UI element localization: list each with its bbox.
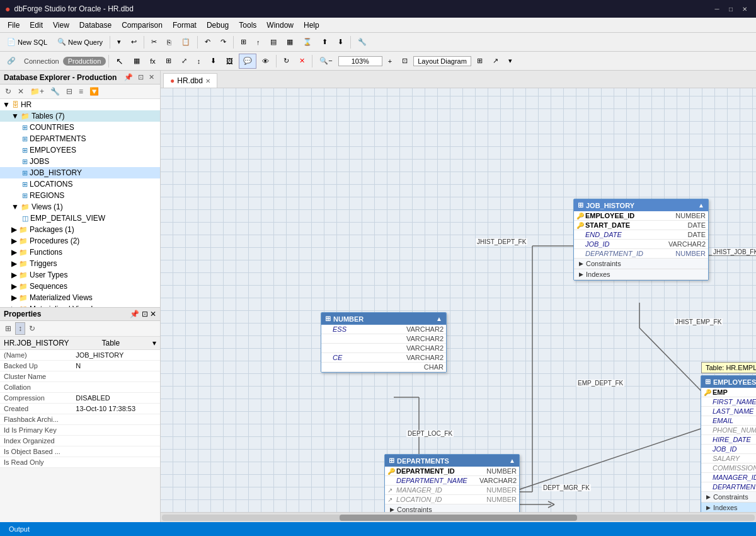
formula-tool[interactable]: fx xyxy=(146,54,160,69)
menu-view[interactable]: View xyxy=(48,20,74,31)
props-close-btn[interactable]: ✕ xyxy=(150,310,156,318)
tree-sort-btn[interactable]: 🔽 xyxy=(87,86,101,97)
zoom-input[interactable] xyxy=(338,56,382,66)
layout-diagram-btn[interactable]: Layout Diagram xyxy=(413,56,471,66)
tab-close-icon[interactable]: ✕ xyxy=(205,78,210,84)
zoom-out-btn[interactable]: 🔍− xyxy=(315,54,336,69)
menu-help[interactable]: Help xyxy=(299,20,324,31)
tree-item-regions[interactable]: ⊞ REGIONS xyxy=(0,190,160,201)
menu-comparison[interactable]: Comparison xyxy=(117,20,168,31)
zoom-fit-btn[interactable]: ⊡ xyxy=(398,54,412,69)
horizontal-scrollbar[interactable] xyxy=(161,512,756,522)
connect-tool[interactable]: ⊞ xyxy=(161,54,176,69)
job-history-table-header[interactable]: ⊞ JOB_HISTORY ▲ xyxy=(574,199,708,211)
tree-item-functions[interactable]: ▶ 📁 Functions xyxy=(0,247,160,258)
toolbar-btn-11[interactable]: ▦ xyxy=(282,35,297,50)
tree-item-hr[interactable]: ▼ 🗄 HR xyxy=(0,99,160,110)
tree-item-mat-views[interactable]: ▶ 📁 Materialized Views xyxy=(0,292,160,303)
toolbar-btn-7[interactable]: 📋 xyxy=(177,35,195,50)
toolbar-btn-12[interactable]: ⌛ xyxy=(299,35,316,50)
jh-constraints[interactable]: ▶ Constraints xyxy=(574,259,708,269)
tree-item-countries[interactable]: ⊞ COUNTRIES xyxy=(0,122,160,133)
more-btn[interactable]: ▾ xyxy=(504,54,517,69)
arrow-tool[interactable]: ↕ xyxy=(193,54,205,69)
new-query-button[interactable]: 🔍 New Query xyxy=(53,35,107,50)
dept-expand-btn[interactable]: ▲ xyxy=(509,457,515,464)
image-tool[interactable]: 🖼 xyxy=(222,54,238,69)
diagram-canvas[interactable]: JHIST_DEPT_FK JHIST_JOB_FK JHIST_EMP_FK … xyxy=(161,88,756,512)
stop-btn[interactable]: ✕ xyxy=(295,54,309,69)
props-float-btn[interactable]: ⊡ xyxy=(142,310,148,318)
download-tool[interactable]: ⬇ xyxy=(206,54,220,69)
props-refresh-btn[interactable]: ↻ xyxy=(26,323,38,334)
tree-item-packages[interactable]: ▶ 📁 Packages (1) xyxy=(0,224,160,235)
jh-indexes[interactable]: ▶ Indexes xyxy=(574,269,708,280)
props-object-type-arrow[interactable]: ▾ xyxy=(152,339,156,347)
maximize-button[interactable]: □ xyxy=(724,3,737,15)
tree-add-btn[interactable]: 📁+ xyxy=(28,86,47,97)
dept-constraints[interactable]: ▶ Constraints xyxy=(385,504,519,512)
tree-item-emp-details[interactable]: ◫ EMP_DETAILS_VIEW xyxy=(0,213,160,224)
menu-window[interactable]: Window xyxy=(261,20,299,31)
scrollbar-thumb[interactable] xyxy=(340,515,576,521)
refresh-btn[interactable]: ↻ xyxy=(279,54,294,69)
tree-item-departments[interactable]: ⊞ DEPARTMENTS xyxy=(0,133,160,144)
tree-item-employees[interactable]: ⊞ EMPLOYEES xyxy=(0,144,160,156)
toolbar-btn-8[interactable]: ⊞ xyxy=(236,35,251,50)
menu-database[interactable]: Database xyxy=(74,20,117,31)
comment-tool[interactable]: 💬 xyxy=(239,54,256,69)
menu-file[interactable]: File xyxy=(3,20,25,31)
tree-item-sequences[interactable]: ▶ 📁 Sequences xyxy=(0,281,160,292)
tree-filter2-btn[interactable]: ⊟ xyxy=(64,86,75,97)
tree-item-views[interactable]: ▼ 📁 Views (1) xyxy=(0,201,160,213)
production-badge[interactable]: Production xyxy=(63,57,106,66)
toolbar-btn-14[interactable]: ⬇ xyxy=(333,35,348,50)
toolbar-btn-10[interactable]: ▤ xyxy=(266,35,281,50)
output-button[interactable]: Output xyxy=(5,525,33,533)
menu-debug[interactable]: Debug xyxy=(202,20,234,31)
toolbar-btn-13[interactable]: ⬆ xyxy=(318,35,332,50)
export-btn[interactable]: ↗ xyxy=(488,54,503,69)
props-category-btn[interactable]: ⊞ xyxy=(3,323,14,334)
window-controls[interactable]: ─ □ ✕ xyxy=(711,3,751,15)
connection-btn[interactable]: 🔗 xyxy=(3,54,20,69)
explorer-close-btn[interactable]: ✕ xyxy=(147,73,156,82)
toolbar-btn-4[interactable]: ↩ xyxy=(127,35,141,50)
toolbar-btn-undo[interactable]: ↶ xyxy=(200,35,215,50)
locations-table-header[interactable]: ⊞ NUMBER ▲ xyxy=(321,313,446,325)
tree-item-tables[interactable]: ▼ 📁 Tables (7) xyxy=(0,110,160,122)
tree-item-jobs[interactable]: ⊞ JOBS xyxy=(0,156,160,167)
tab-hr-dbd[interactable]: ● HR.dbd ✕ xyxy=(163,73,217,88)
grid-tool[interactable]: ▦ xyxy=(129,54,144,69)
menu-format[interactable]: Format xyxy=(168,20,202,31)
toolbar-btn-15[interactable]: 🔧 xyxy=(353,35,371,50)
select-tool[interactable]: ↖ xyxy=(112,54,128,69)
menu-tools[interactable]: Tools xyxy=(234,20,261,31)
new-sql-button[interactable]: 📄 New SQL xyxy=(3,35,52,50)
props-pin-btn[interactable]: 📌 xyxy=(130,310,139,318)
tree-expand-btn[interactable]: ≡ xyxy=(76,86,86,97)
explorer-float-btn[interactable]: ⊡ xyxy=(136,73,146,82)
zoom-in-btn[interactable]: + xyxy=(384,54,396,69)
toolbar-btn-redo[interactable]: ↷ xyxy=(216,35,231,50)
tree-refresh-btn[interactable]: ↻ xyxy=(3,86,14,97)
toolbar-btn-3[interactable]: ▾ xyxy=(113,35,125,50)
tree-item-job-history[interactable]: ⊞ JOB_HISTORY xyxy=(0,167,160,178)
close-button[interactable]: ✕ xyxy=(738,3,751,15)
explorer-pin-btn[interactable]: 📌 xyxy=(122,73,135,82)
toolbar-btn-6[interactable]: ⎘ xyxy=(163,35,176,50)
tree-item-locations[interactable]: ⊞ LOCATIONS xyxy=(0,178,160,190)
layout-options-btn[interactable]: ⊞ xyxy=(472,54,487,69)
dept-table-header[interactable]: ⊞ DEPARTMENTS ▲ xyxy=(385,455,519,467)
employees-table-header[interactable]: ⊞ EMPLOYEES ▲ xyxy=(701,376,756,388)
menu-edit[interactable]: Edit xyxy=(25,20,48,31)
view-tool[interactable]: 👁 xyxy=(258,54,273,69)
tree-item-procedures[interactable]: ▶ 📁 Procedures (2) xyxy=(0,235,160,247)
emp-indexes[interactable]: ▶ Indexes xyxy=(701,503,756,512)
props-table-scroll[interactable]: (Name)JOB_HISTORYBacked UpNCluster NameC… xyxy=(0,350,160,468)
toolbar-btn-9[interactable]: ↑ xyxy=(252,35,265,50)
move-tool[interactable]: ⤢ xyxy=(177,54,192,69)
tree-filter-btn[interactable]: 🔧 xyxy=(48,86,62,97)
tree-close-btn[interactable]: ✕ xyxy=(15,86,26,97)
emp-constraints[interactable]: ▶ Constraints xyxy=(701,492,756,503)
